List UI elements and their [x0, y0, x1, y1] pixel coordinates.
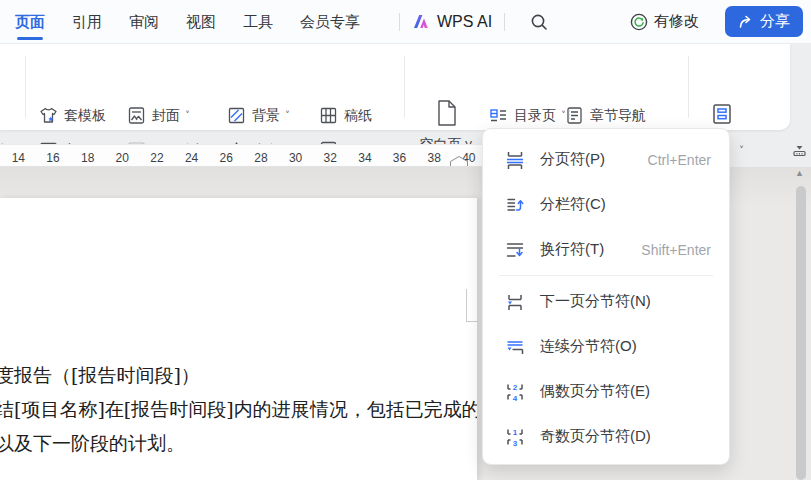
- continuous-section-break-icon: [505, 337, 525, 357]
- menu-item-continuous-section-break[interactable]: 连续分节符(O): [483, 324, 729, 369]
- chevron-down-icon: ˅: [185, 110, 190, 121]
- ribbon-toolbar: ˅ 套模板 Aa 主题 ˅ 封: [0, 44, 790, 130]
- ruler-toggle-icon[interactable]: [793, 146, 806, 158]
- horizontal-ruler[interactable]: 1416182022242628303234363840: [0, 144, 484, 167]
- tab-page[interactable]: 页面: [15, 0, 45, 44]
- group-divider: [404, 56, 405, 118]
- breaks-dropdown-menu: 分页符(P) Ctrl+Enter 分栏符(C) 换行符(T) Shift+En…: [482, 128, 730, 465]
- tab-references[interactable]: 引用: [72, 0, 102, 44]
- cover-page-icon: [126, 105, 147, 126]
- ruler-tick: 38: [417, 151, 452, 165]
- ruler-tick: 18: [70, 151, 105, 165]
- margin-boundary-mark: [466, 321, 477, 322]
- menu-item-even-page-section-break[interactable]: 2 4 偶数页分节符(E): [483, 369, 729, 414]
- menu-item-column-break[interactable]: 分栏符(C): [483, 182, 729, 227]
- wps-ai-entry[interactable]: WPS AI: [412, 12, 492, 31]
- chapter-navigation-button[interactable]: 章节导航: [560, 102, 650, 129]
- page-break-icon: [505, 150, 525, 170]
- template-shirt-icon: [38, 105, 59, 126]
- save-status[interactable]: 有修改: [629, 12, 699, 32]
- scroll-up-arrow[interactable]: ▲: [795, 168, 804, 178]
- grid-paper-label: 稿纸: [344, 107, 372, 125]
- odd-page-section-break-icon: 1 3: [505, 427, 525, 447]
- next-page-section-break-icon: [505, 292, 525, 312]
- svg-text:2: 2: [513, 383, 518, 392]
- grid-paper-button[interactable]: 稿纸: [314, 102, 376, 129]
- ruler-tick: 34: [348, 151, 383, 165]
- menu-item-label: 偶数页分节符(E): [540, 382, 650, 401]
- ruler-tick: 36: [382, 151, 417, 165]
- share-button[interactable]: 分享: [725, 6, 803, 37]
- chevron-down-icon: ˅: [739, 145, 744, 156]
- background-button[interactable]: 背景 ˅: [222, 102, 294, 129]
- ruler-tick: 24: [174, 151, 209, 165]
- group-divider: [688, 56, 689, 118]
- sync-status-icon: [629, 12, 649, 32]
- search-icon: [529, 12, 549, 32]
- ruler-tick: 14: [1, 151, 36, 165]
- menu-item-label: 连续分节符(O): [540, 337, 637, 356]
- document-text-line: 以及下一阶段的计划。: [0, 431, 185, 457]
- ruler-tick: 22: [140, 151, 175, 165]
- svg-text:3: 3: [513, 438, 518, 447]
- menu-divider: [499, 275, 713, 276]
- menu-tabs: 页面 引用 审阅 视图 工具 会员专享: [0, 0, 387, 44]
- menu-item-next-page-section-break[interactable]: 下一页分节符(N): [483, 279, 729, 324]
- ruler-tick: 20: [105, 151, 140, 165]
- indent-marker-handle[interactable]: [450, 156, 468, 167]
- tab-view[interactable]: 视图: [186, 0, 216, 44]
- ruler-numbers: 1416182022242628303234363840: [1, 148, 484, 166]
- ruler-tick: 26: [209, 151, 244, 165]
- svg-text:1: 1: [513, 428, 518, 437]
- background-label: 背景: [252, 107, 280, 125]
- menu-item-label: 换行符(T): [540, 240, 604, 259]
- search-button[interactable]: [529, 12, 549, 32]
- document-text-line: 度报告（[报告时间段]）: [0, 363, 200, 389]
- page-setup-button[interactable]: [706, 99, 738, 129]
- vertical-scrollbar[interactable]: [796, 186, 806, 480]
- line-break-icon: [505, 240, 525, 260]
- even-page-section-break-icon: 2 4: [505, 382, 525, 402]
- ruler-tick: 32: [313, 151, 348, 165]
- menu-item-label: 下一页分节符(N): [540, 292, 651, 311]
- share-icon: [738, 14, 754, 30]
- document-page[interactable]: 度报告（[报告时间段]） 结[项目名称]在[报告时间段]内的进展情况，包括已完成…: [0, 198, 477, 480]
- top-menubar: 页面 引用 审阅 视图 工具 会员专享 WPS AI: [0, 0, 811, 44]
- share-label: 分享: [760, 12, 790, 31]
- divider: [399, 13, 400, 31]
- cover-page-button[interactable]: 封面 ˅: [122, 102, 194, 129]
- tab-tools[interactable]: 工具: [243, 0, 273, 44]
- tab-member[interactable]: 会员专享: [300, 0, 360, 44]
- toc-page-icon: [488, 105, 509, 126]
- menu-item-page-break[interactable]: 分页符(P) Ctrl+Enter: [483, 137, 729, 182]
- document-text-line: 结[项目名称]在[报告时间段]内的进展情况，包括已完成的任: [0, 397, 477, 423]
- toc-page-label: 目录页: [514, 107, 556, 125]
- chevron-down-icon: ˅: [285, 110, 290, 121]
- margin-boundary-mark: [466, 289, 467, 322]
- menu-item-odd-page-section-break[interactable]: 1 3 奇数页分节符(D): [483, 414, 729, 459]
- ruler-tick: 16: [36, 151, 71, 165]
- column-break-icon: [505, 195, 525, 215]
- menu-item-label: 分栏符(C): [540, 195, 606, 214]
- blank-page-icon: [433, 98, 460, 128]
- tab-review[interactable]: 审阅: [129, 0, 159, 44]
- page-setup-icon: [710, 102, 734, 126]
- grid-paper-icon: [318, 105, 339, 126]
- menu-item-shortcut: Shift+Enter: [641, 242, 711, 258]
- menu-item-shortcut: Ctrl+Enter: [648, 152, 711, 168]
- ruler-tick: 28: [244, 151, 279, 165]
- apply-template-label: 套模板: [64, 107, 106, 125]
- chapter-navigation-label: 章节导航: [590, 107, 646, 125]
- save-status-label: 有修改: [654, 12, 699, 31]
- cover-page-label: 封面: [152, 107, 180, 125]
- divider: [504, 13, 505, 31]
- menu-item-line-break[interactable]: 换行符(T) Shift+Enter: [483, 227, 729, 272]
- svg-text:4: 4: [513, 393, 518, 402]
- apply-template-button[interactable]: 套模板: [34, 102, 110, 129]
- chapter-navigation-icon: [564, 105, 585, 126]
- ruler-tick: 30: [278, 151, 313, 165]
- wps-ai-logo-icon: [412, 12, 431, 31]
- group-divider: [25, 56, 26, 118]
- menu-item-label: 奇数页分节符(D): [540, 427, 651, 446]
- toc-page-button[interactable]: 目录页 ˅: [484, 102, 570, 129]
